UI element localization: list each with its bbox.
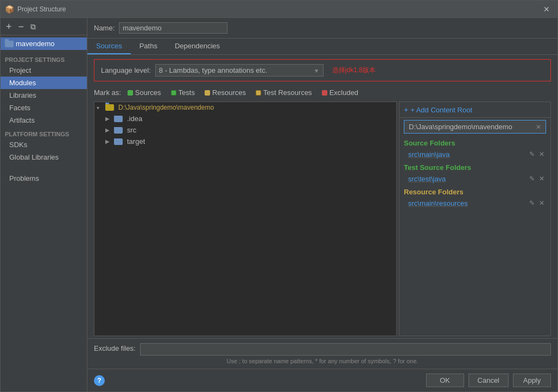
target-folder-icon xyxy=(114,138,123,145)
exclude-files-label: Exclude files: xyxy=(94,344,136,352)
tree-item-root[interactable]: ▾ D:\Java\springdemo\mavendemo xyxy=(94,102,396,113)
source-folder-entry-main-java: src\main\java ✎ ✕ xyxy=(400,148,550,160)
dialog-title: Project Structure xyxy=(17,5,537,13)
exclude-files-hint: Use ; to separate name patterns, * for a… xyxy=(94,358,551,364)
content-area: + − ⧉ mavendemo Project Settings Project… xyxy=(1,18,557,391)
test-source-folder-path[interactable]: src\test\java xyxy=(408,175,525,183)
middle-area: ▾ D:\Java\springdemo\mavendemo ▶ .idea xyxy=(87,99,557,338)
mark-excluded-badge[interactable]: Excluded xyxy=(319,88,362,97)
test-source-folder-edit-button[interactable]: ✎ xyxy=(528,174,536,183)
tab-dependencies[interactable]: Dependencies xyxy=(166,39,229,54)
language-level-select[interactable]: 8 - Lambdas, type annotations etc. 7 - D… xyxy=(155,64,324,77)
add-content-root-button[interactable]: + + Add Content Root xyxy=(400,102,550,118)
language-level-row: Language level: 8 - Lambdas, type annota… xyxy=(94,59,551,81)
mark-as-label: Mark as: xyxy=(94,88,121,97)
test-source-folder-entry: src\test\java ✎ ✕ xyxy=(400,173,550,185)
tree-arrow-target: ▶ xyxy=(105,138,112,144)
sidebar-item-modules[interactable]: Modules xyxy=(1,77,87,89)
sidebar-item-project[interactable]: Project xyxy=(1,64,87,77)
test-source-folder-remove-button[interactable]: ✕ xyxy=(537,174,546,183)
mark-tests-badge[interactable]: Tests xyxy=(168,88,198,97)
tab-sources[interactable]: Sources xyxy=(87,39,131,54)
resource-folder-remove-button[interactable]: ✕ xyxy=(537,199,546,207)
source-folder-remove-button[interactable]: ✕ xyxy=(537,150,546,159)
language-select-wrapper: 8 - Lambdas, type annotations etc. 7 - D… xyxy=(155,64,324,77)
sidebar-item-libraries-label: Libraries xyxy=(9,91,36,99)
mark-test-resources-badge[interactable]: Test Resources xyxy=(252,88,315,97)
mark-resources-badge[interactable]: Resources xyxy=(201,88,249,97)
exclude-input-row: Exclude files: xyxy=(94,343,551,356)
sidebar-item-artifacts[interactable]: Artifacts xyxy=(1,114,87,127)
test-source-folders-header: Test Source Folders xyxy=(400,160,550,173)
file-tree-panel[interactable]: ▾ D:\Java\springdemo\mavendemo ▶ .idea xyxy=(94,102,397,336)
add-module-button[interactable]: + xyxy=(4,21,14,33)
mark-resources-label: Resources xyxy=(212,88,246,97)
sidebar-item-global-libraries[interactable]: Global Libraries xyxy=(1,151,87,163)
tree-item-root-label: D:\Java\springdemo\mavendemo xyxy=(118,104,214,111)
sidebar-item-sdks[interactable]: SDKs xyxy=(1,138,87,151)
excluded-dot-icon xyxy=(322,90,327,96)
apply-button[interactable]: Apply xyxy=(513,374,551,387)
source-folder-path[interactable]: src\main\java xyxy=(408,150,525,159)
src-folder-icon xyxy=(114,127,123,134)
tree-item-target-label: target xyxy=(127,137,145,146)
main-panel: Name: Sources Paths Dependencies xyxy=(87,18,557,391)
content-root-path: D:\Java\springdemo\mavendemo ✕ xyxy=(404,120,546,134)
sidebar-item-sdks-label: SDKs xyxy=(9,141,27,149)
test-source-folder-actions: ✎ ✕ xyxy=(528,174,546,183)
remove-module-button[interactable]: − xyxy=(16,21,27,33)
mark-sources-label: Sources xyxy=(135,88,161,97)
tree-item-src-label: src xyxy=(127,126,136,134)
source-folder-actions: ✎ ✕ xyxy=(528,150,546,159)
project-structure-dialog: 📦 Project Structure ✕ + − ⧉ mavendemo xyxy=(0,0,558,392)
bottom-bar: ? OK Cancel Apply xyxy=(87,369,557,391)
sidebar-item-global-libraries-label: Global Libraries xyxy=(9,153,59,161)
mark-test-resources-label: Test Resources xyxy=(263,88,312,97)
sidebar-item-problems[interactable]: Problems xyxy=(1,172,87,185)
mark-as-row: Mark as: Sources Tests Resources xyxy=(87,86,557,99)
tab-paths[interactable]: Paths xyxy=(131,39,166,54)
cancel-button[interactable]: Cancel xyxy=(468,374,509,387)
sidebar-item-facets-label: Facets xyxy=(9,104,30,112)
sidebar-toolbar: + − ⧉ xyxy=(1,18,87,35)
ok-button[interactable]: OK xyxy=(426,374,464,387)
tab-paths-label: Paths xyxy=(140,42,157,50)
name-row: Name: xyxy=(87,18,557,39)
resource-folder-entry: src\main\resources ✎ ✕ xyxy=(400,197,550,209)
tab-dependencies-label: Dependencies xyxy=(175,42,220,50)
sources-dot-icon xyxy=(128,90,133,96)
idea-folder-icon xyxy=(114,116,123,122)
resource-folder-actions: ✎ ✕ xyxy=(528,199,546,207)
copy-module-button[interactable]: ⧉ xyxy=(28,22,38,31)
test-resources-dot-icon xyxy=(256,90,261,96)
module-tree: mavendemo xyxy=(1,35,87,52)
sidebar-item-artifacts-label: Artifacts xyxy=(9,116,35,124)
tree-item-src[interactable]: ▶ src xyxy=(94,124,396,136)
source-folder-edit-button[interactable]: ✎ xyxy=(528,150,536,159)
resources-dot-icon xyxy=(205,90,210,96)
mark-sources-badge[interactable]: Sources xyxy=(124,88,164,97)
resource-folder-edit-button[interactable]: ✎ xyxy=(528,199,536,207)
exclude-files-input[interactable] xyxy=(140,343,551,356)
platform-settings-section-header: Platform Settings xyxy=(1,127,87,138)
module-content: Language level: 8 - Lambdas, type annota… xyxy=(87,55,557,369)
tree-item-idea[interactable]: ▶ .idea xyxy=(94,113,396,124)
module-tree-item-label: mavendemo xyxy=(16,40,55,48)
tree-arrow-root: ▾ xyxy=(97,105,103,111)
sidebar-item-facets[interactable]: Facets xyxy=(1,102,87,114)
name-input[interactable] xyxy=(119,22,227,34)
sidebar-item-libraries[interactable]: Libraries xyxy=(1,89,87,102)
module-tree-item-mavendemo[interactable]: mavendemo xyxy=(1,37,87,50)
tabs-row: Sources Paths Dependencies xyxy=(87,39,557,55)
add-content-root-label: + Add Content Root xyxy=(410,106,472,114)
tree-item-target[interactable]: ▶ target xyxy=(94,136,396,147)
help-button[interactable]: ? xyxy=(94,375,105,386)
project-settings-section-header: Project Settings xyxy=(1,52,87,64)
content-root-close-icon[interactable]: ✕ xyxy=(536,123,541,131)
resource-folder-path[interactable]: src\main\resources xyxy=(408,199,525,207)
source-folders-header: Source Folders xyxy=(400,136,550,148)
name-label: Name: xyxy=(94,24,115,32)
close-button[interactable]: ✕ xyxy=(540,4,553,15)
content-root-path-label: D:\Java\springdemo\mavendemo xyxy=(409,123,512,131)
mark-tests-label: Tests xyxy=(179,88,195,97)
